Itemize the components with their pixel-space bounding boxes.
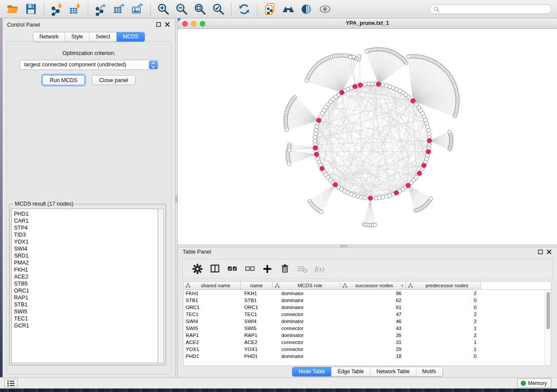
zoom-selected-icon [212, 3, 225, 16]
task-history-button[interactable] [4, 379, 17, 388]
node-table[interactable]: shared namenameMCDS rolesuccessor nodes∨… [183, 281, 551, 366]
open-file-button[interactable] [6, 2, 20, 16]
tab-edge-table[interactable]: Edge Table [331, 367, 370, 376]
table-row[interactable]: RAP1RAP1dominator352 [183, 332, 545, 339]
table-scrollbar-thumb[interactable] [547, 292, 550, 329]
zoom-selected-button[interactable] [211, 2, 225, 16]
tab-motifs[interactable]: Motifs [416, 367, 443, 376]
window-minimize-light[interactable] [191, 21, 197, 27]
table-row[interactable]: YOX1YOX1connector291 [183, 346, 545, 353]
mcds-result-item[interactable]: PHD1 [14, 210, 158, 217]
shared-column-icon [342, 283, 348, 288]
mcds-result-item[interactable]: STP4 [14, 224, 158, 231]
zoom-out-button[interactable] [175, 2, 189, 16]
tab-network[interactable]: Network [33, 32, 65, 41]
mcds-result-item[interactable]: SRD1 [14, 252, 158, 259]
tab-select[interactable]: Select [89, 32, 116, 41]
select-all-checks-button[interactable] [226, 263, 239, 275]
add-row-button[interactable] [261, 263, 273, 275]
table-row[interactable]: SWI4SWI4dominator462 [183, 318, 545, 325]
show-graphics-details-button[interactable] [318, 2, 332, 16]
window-close-light[interactable] [182, 21, 188, 27]
import-table-button[interactable] [68, 2, 82, 16]
mcds-result-item[interactable]: STB1 [14, 301, 158, 308]
table-row[interactable]: PHD1PHD1dominator180 [183, 353, 545, 360]
search-input[interactable] [429, 4, 552, 14]
mcds-result-item[interactable]: SWI4 [14, 245, 158, 252]
table-row[interactable]: TEC1TEC1connector472 [183, 311, 545, 318]
mcds-result-item[interactable]: TID3 [14, 231, 158, 238]
table-gear-button[interactable] [191, 263, 204, 275]
tab-mcds[interactable]: MCDS [116, 32, 144, 41]
mcds-result-item[interactable]: PMA2 [14, 259, 158, 266]
mcds-result-item[interactable]: SWI5 [14, 308, 158, 315]
table-row[interactable]: ACE2ACE2connector311 [183, 339, 545, 346]
run-mcds-button[interactable]: Run MCDS [42, 75, 85, 85]
horizontal-splitter-grip[interactable] [340, 245, 347, 247]
tab-network-table[interactable]: Network Table [370, 367, 416, 376]
optimization-criterion-value: largest connected component (undirected) [24, 62, 126, 68]
save-session-button[interactable] [24, 2, 38, 16]
table-row[interactable]: SWI5SWI5connector431 [183, 325, 545, 332]
mcds-result-item[interactable]: GCR1 [14, 322, 158, 329]
mcds-result-item[interactable]: ACE2 [14, 273, 158, 280]
delete-row-button[interactable] [279, 263, 291, 275]
export-image-button[interactable] [131, 2, 145, 16]
column-header-shared-name[interactable]: shared name [183, 282, 241, 290]
cell-MCDS-role: dominator [273, 298, 340, 303]
search-container [429, 4, 552, 14]
tab-node-table[interactable]: Node Table [292, 367, 331, 376]
select-stepper-icon [149, 61, 158, 69]
vertical-splitter-grip[interactable] [176, 196, 177, 203]
mcds-result-item[interactable]: ORC1 [14, 287, 158, 294]
table-row[interactable]: ORC1ORC1dominator610 [183, 304, 545, 311]
export-network-button[interactable] [94, 2, 108, 16]
clone-network-button[interactable] [263, 2, 277, 16]
mcds-result-item[interactable]: STB5 [14, 280, 158, 287]
cell-MCDS-role: dominator [273, 291, 340, 296]
zoom-in-button[interactable] [156, 2, 170, 16]
cell-shared-name: ACE2 [183, 340, 241, 345]
mcds-result-item[interactable]: CAR1 [14, 217, 158, 224]
network-graph[interactable] [178, 29, 557, 244]
table-row[interactable]: STB1STB1dominator620 [183, 297, 545, 304]
cell-shared-name: SWI5 [183, 326, 241, 331]
column-header-MCDS-role[interactable]: MCDS role [273, 282, 340, 290]
network-window-titlebar[interactable]: YPA_prune.txt_1 [178, 18, 557, 29]
zoom-fit-button[interactable] [193, 2, 207, 16]
table-scrollbar[interactable] [545, 290, 551, 365]
toolbar-separator [231, 3, 232, 16]
export-table-button[interactable] [112, 2, 126, 16]
first-neighbors-button[interactable] [281, 2, 295, 16]
memory-button[interactable]: Memory [517, 378, 551, 388]
network-canvas[interactable] [178, 29, 557, 244]
table-close-icon[interactable] [547, 249, 552, 254]
horizontal-splitter[interactable] [178, 244, 557, 248]
refresh-view-button[interactable] [237, 2, 251, 16]
mcds-result-item[interactable]: YOX1 [14, 238, 158, 245]
mcds-result-item[interactable]: TEC1 [14, 315, 158, 322]
window-zoom-light[interactable] [200, 21, 205, 27]
clear-all-checks-button[interactable] [244, 263, 256, 275]
table-row[interactable]: FKH1FKH1dominator962 [183, 290, 545, 297]
import-network-button[interactable] [50, 2, 64, 16]
show-style-button[interactable] [300, 2, 314, 16]
desktop-wallpaper-bottom [0, 389, 557, 392]
column-header-successor-nodes[interactable]: successor nodes∨ [340, 282, 406, 290]
mcds-result-list[interactable]: PHD1CAR1STP4TID3YOX1SWI4SRD1PMA2FKH1ACE2… [11, 209, 158, 363]
export-image-icon [131, 3, 144, 16]
close-panel-button[interactable]: Close panel [92, 75, 135, 85]
column-header-predecessor-nodes[interactable]: predecessor nodes [406, 282, 481, 290]
float-panel-icon[interactable] [156, 22, 161, 27]
optimization-criterion-select[interactable]: largest connected component (undirected) [20, 60, 159, 70]
mcds-result-item[interactable]: RAP1 [14, 294, 158, 301]
column-header-name[interactable]: name [241, 282, 273, 290]
split-columns-button[interactable] [209, 263, 221, 275]
tab-style[interactable]: Style [65, 32, 89, 41]
close-panel-icon[interactable] [165, 22, 170, 27]
mcds-result-item[interactable]: FKH1 [14, 266, 158, 273]
table-float-icon[interactable] [538, 249, 543, 254]
mcds-result-scrollbar[interactable] [158, 209, 164, 363]
cell-name: ORC1 [241, 305, 273, 310]
svg-text:f(x): f(x) [315, 265, 325, 273]
